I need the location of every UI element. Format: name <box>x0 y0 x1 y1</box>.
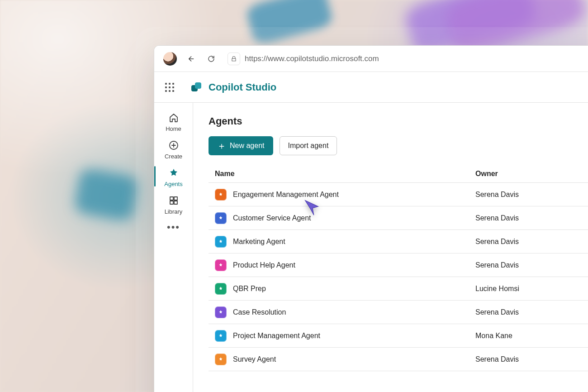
sidebar-more-button[interactable]: ••• <box>167 221 180 233</box>
new-agent-label: New agent <box>230 142 265 150</box>
agent-icon <box>215 306 227 318</box>
copilot-studio-logo-icon <box>190 81 203 94</box>
agent-icon <box>215 354 227 365</box>
app-launcher-button[interactable] <box>163 81 176 94</box>
table-row[interactable]: Survey AgentSerena Davis <box>209 348 588 371</box>
agent-icon <box>215 212 227 224</box>
new-agent-button[interactable]: ＋ New agent <box>209 136 273 155</box>
app-header: Copilot Studio <box>154 72 588 103</box>
library-icon <box>168 195 180 206</box>
refresh-icon <box>207 55 215 63</box>
plus-icon: ＋ <box>217 141 226 150</box>
sidebar-item-label: Library <box>165 208 183 215</box>
table-row[interactable]: Product Help AgentSerena Davis <box>209 253 588 277</box>
table-header: Name Owner <box>209 165 588 182</box>
agent-owner: Serena Davis <box>475 308 588 316</box>
app-window: https://www.copilotstudio.microsoft.com … <box>154 45 588 392</box>
import-agent-button[interactable]: Import agent <box>280 136 337 155</box>
sidebar-item-library[interactable]: Library <box>154 190 193 218</box>
col-header-owner: Owner <box>475 170 588 178</box>
agent-name: Survey Agent <box>233 355 276 363</box>
table-row[interactable]: Project Management AgentMona Kane <box>209 324 588 348</box>
brand: Copilot Studio <box>190 81 276 94</box>
import-agent-label: Import agent <box>288 142 329 150</box>
sidebar-item-label: Home <box>166 125 181 132</box>
sidebar-item-label: Agents <box>164 181 182 187</box>
agent-owner: Serena Davis <box>475 355 588 363</box>
profile-avatar[interactable] <box>163 52 177 66</box>
agent-name: Marketing Agent <box>233 238 285 246</box>
table-row[interactable]: QBR PrepLucine Homsi <box>209 277 588 301</box>
agent-name: Case Resolution <box>233 308 286 316</box>
agent-owner: Serena Davis <box>475 214 588 222</box>
sidebar-item-label: Create <box>165 153 182 160</box>
agent-name: Product Help Agent <box>233 261 295 269</box>
back-button[interactable] <box>183 52 198 66</box>
home-icon <box>168 112 180 124</box>
table-row[interactable]: Engagement Management AgentSerena Davis <box>209 183 588 206</box>
agent-name: Engagement Management Agent <box>233 191 339 199</box>
sidebar: Home Create Agents Library ••• <box>154 103 193 392</box>
agent-owner: Serena Davis <box>475 238 588 246</box>
table-row[interactable]: Customer Service AgentSerena Davis <box>209 206 588 230</box>
col-header-name: Name <box>215 170 475 178</box>
agent-owner: Serena Davis <box>475 191 588 199</box>
sidebar-item-create[interactable]: Create <box>154 135 193 163</box>
agent-icon <box>215 259 227 271</box>
sidebar-item-home[interactable]: Home <box>154 107 193 135</box>
agent-name: Project Management Agent <box>233 332 320 340</box>
agent-icon <box>215 236 227 248</box>
agent-icon <box>215 330 227 342</box>
url-text: https://www.copilotstudio.microsoft.com <box>245 54 379 63</box>
table-row[interactable]: Case ResolutionSerena Davis <box>209 301 588 324</box>
agent-owner: Serena Davis <box>475 261 588 269</box>
agent-owner: Lucine Homsi <box>475 285 588 293</box>
refresh-button[interactable] <box>204 52 218 66</box>
lock-icon <box>228 53 240 65</box>
page-title: Agents <box>209 115 588 127</box>
agent-icon <box>215 283 227 295</box>
agent-icon <box>215 189 227 201</box>
agent-name: QBR Prep <box>233 285 266 293</box>
agents-icon <box>168 167 180 179</box>
main-content: Agents ＋ New agent Import agent Name Own… <box>193 103 588 392</box>
arrow-left-icon <box>186 54 195 63</box>
agents-table: Engagement Management AgentSerena DavisC… <box>209 182 588 371</box>
plus-circle-icon <box>168 139 180 151</box>
action-bar: ＋ New agent Import agent <box>209 136 588 155</box>
sidebar-item-agents[interactable]: Agents <box>154 163 193 190</box>
table-row[interactable]: Marketing AgentSerena Davis <box>209 230 588 253</box>
agent-name: Customer Service Agent <box>233 214 311 222</box>
browser-bar: https://www.copilotstudio.microsoft.com <box>154 46 588 72</box>
address-bar[interactable]: https://www.copilotstudio.microsoft.com <box>225 51 588 67</box>
app-title: Copilot Studio <box>209 81 276 93</box>
agent-owner: Mona Kane <box>475 332 588 340</box>
